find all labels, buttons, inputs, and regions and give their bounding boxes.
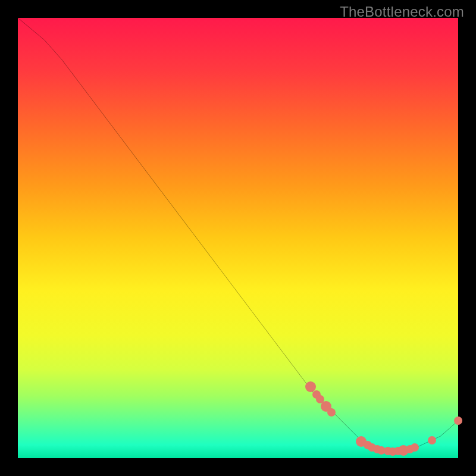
chart-container: TheBottleneck.com [0,0,476,476]
plot-area [18,18,458,458]
curve-line [18,18,458,458]
data-marker [411,443,419,452]
data-marker [454,416,462,425]
data-marker [327,408,336,416]
data-marker [428,436,436,444]
